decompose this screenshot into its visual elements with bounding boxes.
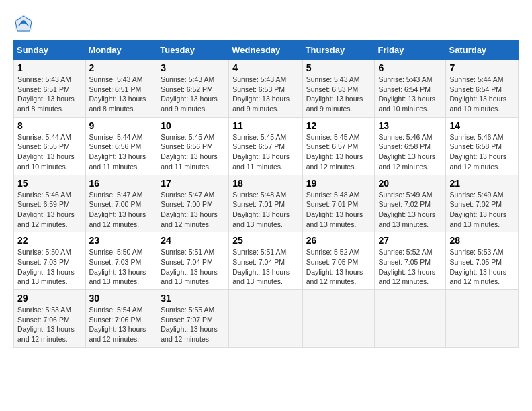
day-number: 28 bbox=[449, 235, 515, 246]
week-row-2: 8Sunrise: 5:44 AMSunset: 6:55 PMDaylight… bbox=[14, 117, 519, 175]
day-cell: 16Sunrise: 5:47 AMSunset: 7:00 PMDayligh… bbox=[85, 175, 157, 232]
header-sunday: Sunday bbox=[14, 41, 86, 60]
day-info: Sunrise: 5:46 AMSunset: 6:58 PMDaylight:… bbox=[378, 133, 435, 171]
header-thursday: Thursday bbox=[302, 41, 375, 60]
week-row-4: 22Sunrise: 5:50 AMSunset: 7:03 PMDayligh… bbox=[14, 232, 519, 290]
day-info: Sunrise: 5:46 AMSunset: 6:59 PMDaylight:… bbox=[17, 191, 75, 228]
header-tuesday: Tuesday bbox=[157, 41, 229, 60]
day-info: Sunrise: 5:52 AMSunset: 7:05 PMDaylight:… bbox=[306, 248, 363, 285]
day-cell: 25Sunrise: 5:51 AMSunset: 7:04 PMDayligh… bbox=[229, 232, 302, 290]
day-info: Sunrise: 5:52 AMSunset: 7:05 PMDaylight:… bbox=[378, 248, 435, 285]
day-cell: 12Sunrise: 5:45 AMSunset: 6:57 PMDayligh… bbox=[302, 117, 375, 175]
day-cell: 11Sunrise: 5:45 AMSunset: 6:57 PMDayligh… bbox=[229, 117, 302, 175]
day-number: 24 bbox=[161, 235, 225, 246]
day-info: Sunrise: 5:47 AMSunset: 7:00 PMDaylight:… bbox=[89, 191, 146, 228]
logo bbox=[13, 13, 36, 34]
header-row: SundayMondayTuesdayWednesdayThursdayFrid… bbox=[14, 41, 519, 60]
day-cell: 6Sunrise: 5:43 AMSunset: 6:54 PMDaylight… bbox=[375, 60, 446, 118]
day-number: 18 bbox=[232, 178, 298, 189]
day-info: Sunrise: 5:48 AMSunset: 7:01 PMDaylight:… bbox=[232, 191, 290, 228]
day-cell: 19Sunrise: 5:48 AMSunset: 7:01 PMDayligh… bbox=[302, 175, 375, 232]
day-cell: 4Sunrise: 5:43 AMSunset: 6:53 PMDaylight… bbox=[229, 60, 302, 118]
day-cell: 10Sunrise: 5:45 AMSunset: 6:56 PMDayligh… bbox=[157, 117, 229, 175]
header-saturday: Saturday bbox=[446, 41, 519, 60]
day-number: 5 bbox=[306, 62, 371, 73]
header-monday: Monday bbox=[85, 41, 157, 60]
day-number: 7 bbox=[449, 62, 515, 73]
day-number: 8 bbox=[17, 120, 82, 131]
calendar-table: SundayMondayTuesdayWednesdayThursdayFrid… bbox=[13, 40, 519, 348]
day-cell: 18Sunrise: 5:48 AMSunset: 7:01 PMDayligh… bbox=[229, 175, 302, 232]
day-cell bbox=[229, 290, 302, 348]
day-cell: 21Sunrise: 5:49 AMSunset: 7:02 PMDayligh… bbox=[446, 175, 519, 232]
day-cell: 1Sunrise: 5:43 AMSunset: 6:51 PMDaylight… bbox=[14, 60, 86, 118]
week-row-5: 29Sunrise: 5:53 AMSunset: 7:06 PMDayligh… bbox=[14, 290, 519, 348]
day-number: 4 bbox=[232, 62, 298, 73]
day-info: Sunrise: 5:53 AMSunset: 7:06 PMDaylight:… bbox=[17, 306, 75, 343]
day-number: 23 bbox=[89, 235, 154, 246]
day-info: Sunrise: 5:48 AMSunset: 7:01 PMDaylight:… bbox=[306, 191, 363, 228]
day-number: 3 bbox=[161, 62, 225, 73]
day-info: Sunrise: 5:50 AMSunset: 7:03 PMDaylight:… bbox=[89, 248, 146, 285]
day-cell: 30Sunrise: 5:54 AMSunset: 7:06 PMDayligh… bbox=[85, 290, 157, 348]
day-cell bbox=[446, 290, 519, 348]
day-info: Sunrise: 5:43 AMSunset: 6:53 PMDaylight:… bbox=[232, 75, 290, 113]
day-info: Sunrise: 5:51 AMSunset: 7:04 PMDaylight:… bbox=[161, 248, 218, 285]
day-info: Sunrise: 5:53 AMSunset: 7:05 PMDaylight:… bbox=[449, 248, 506, 285]
day-cell: 17Sunrise: 5:47 AMSunset: 7:00 PMDayligh… bbox=[157, 175, 229, 232]
day-cell: 20Sunrise: 5:49 AMSunset: 7:02 PMDayligh… bbox=[375, 175, 446, 232]
day-info: Sunrise: 5:46 AMSunset: 6:58 PMDaylight:… bbox=[449, 133, 506, 171]
day-number: 22 bbox=[17, 235, 82, 246]
day-cell: 15Sunrise: 5:46 AMSunset: 6:59 PMDayligh… bbox=[14, 175, 86, 232]
page-header bbox=[13, 13, 519, 34]
day-info: Sunrise: 5:43 AMSunset: 6:53 PMDaylight:… bbox=[306, 75, 363, 113]
day-number: 17 bbox=[161, 178, 225, 189]
header-wednesday: Wednesday bbox=[229, 41, 302, 60]
day-cell: 3Sunrise: 5:43 AMSunset: 6:52 PMDaylight… bbox=[157, 60, 229, 118]
day-number: 12 bbox=[306, 120, 371, 131]
day-info: Sunrise: 5:47 AMSunset: 7:00 PMDaylight:… bbox=[161, 191, 218, 228]
day-number: 6 bbox=[378, 62, 442, 73]
day-cell: 24Sunrise: 5:51 AMSunset: 7:04 PMDayligh… bbox=[157, 232, 229, 290]
day-number: 10 bbox=[161, 120, 225, 131]
day-number: 30 bbox=[89, 293, 154, 304]
day-info: Sunrise: 5:43 AMSunset: 6:52 PMDaylight:… bbox=[161, 75, 218, 113]
day-info: Sunrise: 5:43 AMSunset: 6:51 PMDaylight:… bbox=[17, 75, 75, 113]
day-number: 29 bbox=[17, 293, 82, 304]
day-info: Sunrise: 5:44 AMSunset: 6:55 PMDaylight:… bbox=[17, 133, 75, 171]
day-cell: 26Sunrise: 5:52 AMSunset: 7:05 PMDayligh… bbox=[302, 232, 375, 290]
day-number: 19 bbox=[306, 178, 371, 189]
day-cell: 28Sunrise: 5:53 AMSunset: 7:05 PMDayligh… bbox=[446, 232, 519, 290]
day-number: 31 bbox=[161, 293, 225, 304]
day-number: 13 bbox=[378, 120, 442, 131]
day-cell: 8Sunrise: 5:44 AMSunset: 6:55 PMDaylight… bbox=[14, 117, 86, 175]
day-number: 27 bbox=[378, 235, 442, 246]
day-number: 2 bbox=[89, 62, 154, 73]
logo-icon bbox=[13, 13, 34, 34]
day-number: 21 bbox=[449, 178, 515, 189]
day-info: Sunrise: 5:45 AMSunset: 6:57 PMDaylight:… bbox=[232, 133, 290, 171]
day-info: Sunrise: 5:51 AMSunset: 7:04 PMDaylight:… bbox=[232, 248, 290, 285]
day-cell: 22Sunrise: 5:50 AMSunset: 7:03 PMDayligh… bbox=[14, 232, 86, 290]
day-cell: 29Sunrise: 5:53 AMSunset: 7:06 PMDayligh… bbox=[14, 290, 86, 348]
day-info: Sunrise: 5:49 AMSunset: 7:02 PMDaylight:… bbox=[449, 191, 506, 228]
day-number: 16 bbox=[89, 178, 154, 189]
day-cell: 9Sunrise: 5:44 AMSunset: 6:56 PMDaylight… bbox=[85, 117, 157, 175]
day-number: 15 bbox=[17, 178, 82, 189]
week-row-3: 15Sunrise: 5:46 AMSunset: 6:59 PMDayligh… bbox=[14, 175, 519, 232]
day-cell: 14Sunrise: 5:46 AMSunset: 6:58 PMDayligh… bbox=[446, 117, 519, 175]
day-info: Sunrise: 5:55 AMSunset: 7:07 PMDaylight:… bbox=[161, 306, 218, 343]
day-info: Sunrise: 5:45 AMSunset: 6:57 PMDaylight:… bbox=[306, 133, 363, 171]
day-cell: 23Sunrise: 5:50 AMSunset: 7:03 PMDayligh… bbox=[85, 232, 157, 290]
day-number: 20 bbox=[378, 178, 442, 189]
day-info: Sunrise: 5:44 AMSunset: 6:56 PMDaylight:… bbox=[89, 133, 146, 171]
day-number: 1 bbox=[17, 62, 82, 73]
day-cell: 2Sunrise: 5:43 AMSunset: 6:51 PMDaylight… bbox=[85, 60, 157, 118]
day-info: Sunrise: 5:54 AMSunset: 7:06 PMDaylight:… bbox=[89, 306, 146, 343]
day-cell: 31Sunrise: 5:55 AMSunset: 7:07 PMDayligh… bbox=[157, 290, 229, 348]
day-number: 9 bbox=[89, 120, 154, 131]
day-info: Sunrise: 5:43 AMSunset: 6:51 PMDaylight:… bbox=[89, 75, 146, 113]
header-friday: Friday bbox=[375, 41, 446, 60]
day-info: Sunrise: 5:43 AMSunset: 6:54 PMDaylight:… bbox=[378, 75, 435, 113]
week-row-1: 1Sunrise: 5:43 AMSunset: 6:51 PMDaylight… bbox=[14, 60, 519, 118]
